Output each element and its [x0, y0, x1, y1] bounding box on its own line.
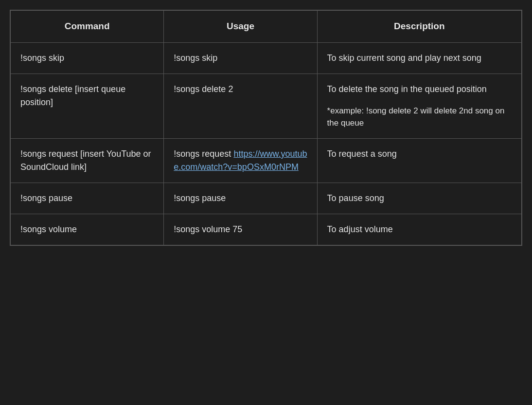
cell-description: To request a song	[317, 138, 521, 183]
header-command: Command	[11, 11, 164, 43]
description-text: To skip current song and play next song	[327, 53, 481, 63]
cell-description: To delete the song in the queued positio…	[317, 74, 521, 138]
cell-description: To skip current song and play next song	[317, 42, 521, 74]
header-description: Description	[317, 11, 521, 43]
table-row: !songs pause!songs pauseTo pause song	[11, 183, 522, 214]
cell-description: To adjust volume	[317, 214, 521, 245]
cell-command: !songs volume	[11, 214, 164, 245]
table-row: !songs delete [insert queue position]!so…	[11, 74, 522, 138]
header-usage: Usage	[164, 11, 317, 43]
commands-table: Command Usage Description !songs skip!so…	[10, 10, 522, 245]
table-row: !songs request [insert YouTube or SoundC…	[11, 138, 522, 183]
description-text: To delete the song in the queued positio…	[327, 84, 487, 94]
cell-command: !songs delete [insert queue position]	[11, 74, 164, 138]
description-text: To request a song	[327, 149, 397, 159]
table-row: !songs volume!songs volume 75To adjust v…	[11, 214, 522, 245]
commands-table-wrapper: Command Usage Description !songs skip!so…	[10, 10, 522, 246]
table-row: !songs skip!songs skipTo skip current so…	[11, 42, 522, 74]
cell-description: To pause song	[317, 183, 521, 214]
cell-usage: !songs skip	[164, 42, 317, 74]
example-text: *example: !song delete 2 will delete 2nd…	[327, 105, 512, 129]
cell-command: !songs request [insert YouTube or SoundC…	[11, 138, 164, 183]
cell-usage: !songs volume 75	[164, 214, 317, 245]
description-text: To pause song	[327, 193, 384, 203]
cell-usage: !songs request https://www.youtube.com/w…	[164, 138, 317, 183]
cell-command: !songs pause	[11, 183, 164, 214]
cell-usage: !songs pause	[164, 183, 317, 214]
cell-command: !songs skip	[11, 42, 164, 74]
description-text: To adjust volume	[327, 224, 393, 234]
usage-link[interactable]: https://www.youtube.com/watch?v=bpOSxM0r…	[174, 149, 307, 172]
cell-usage: !songs delete 2	[164, 74, 317, 138]
table-header-row: Command Usage Description	[11, 11, 522, 43]
